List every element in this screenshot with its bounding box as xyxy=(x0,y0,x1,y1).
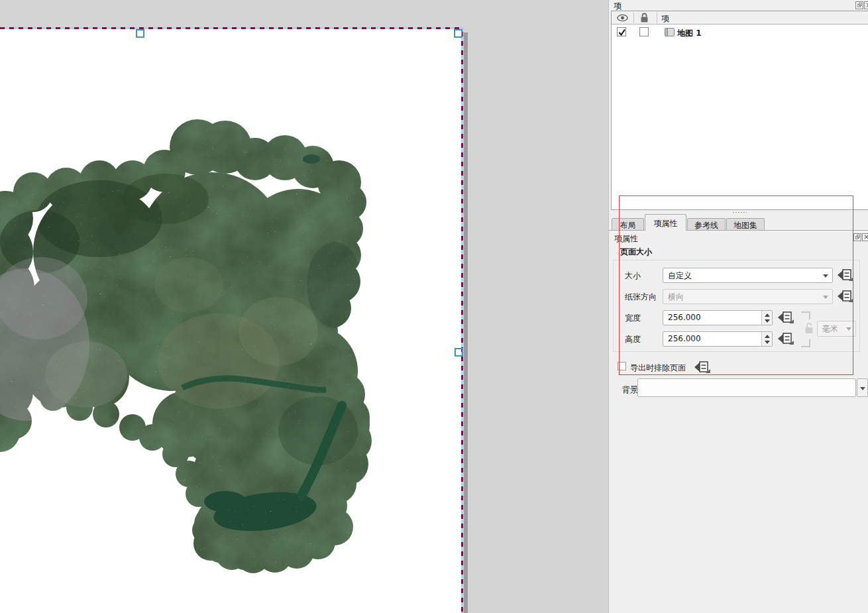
lock-checkbox[interactable] xyxy=(639,27,649,36)
close-properties-button[interactable]: × xyxy=(862,233,868,241)
units-value: 毫米 xyxy=(822,324,838,333)
link-unlocked-icon[interactable] xyxy=(804,321,814,335)
size-value: 自定义 xyxy=(668,271,692,280)
background-color-button[interactable] xyxy=(637,378,856,397)
chevron-down-icon xyxy=(823,296,828,299)
width-data-defined-button[interactable] xyxy=(777,310,794,325)
width-spinbox[interactable]: 256.000 xyxy=(663,310,773,325)
selection-handle-right[interactable] xyxy=(455,348,463,357)
float-icon-2 xyxy=(859,3,862,6)
exclude-page-checkbox[interactable] xyxy=(618,362,626,370)
size-label: 大小 xyxy=(625,270,641,282)
tab-guides[interactable]: 参考线 xyxy=(687,218,726,231)
background-color-dropdown[interactable] xyxy=(857,378,868,397)
orientation-value: 横向 xyxy=(668,292,684,302)
panel-tabbar: 布局 项属性 参考线 地图集 xyxy=(609,214,868,230)
selection-border-right xyxy=(461,27,463,613)
orientation-combobox[interactable]: 横向 xyxy=(663,289,833,304)
spin-up-icon xyxy=(765,335,770,338)
items-tree[interactable]: 项 地图 1 xyxy=(611,11,868,210)
satellite-imagery xyxy=(0,99,398,590)
page-shadow xyxy=(464,32,468,613)
height-value: 256.000 xyxy=(668,334,701,343)
chevron-down-icon xyxy=(823,274,828,278)
selection-border-top xyxy=(0,27,464,29)
height-data-defined-button[interactable] xyxy=(777,331,794,347)
panel-splitter-handle[interactable] xyxy=(732,211,747,213)
exclude-data-defined-button[interactable] xyxy=(694,360,711,375)
chevron-down-icon xyxy=(846,327,851,331)
spin-down-icon xyxy=(765,341,770,344)
orientation-label: 纸张方向 xyxy=(625,292,657,303)
items-tree-header: 项 xyxy=(612,11,868,25)
link-bracket-bottom xyxy=(801,339,810,347)
layout-canvas[interactable] xyxy=(0,0,608,613)
spin-up-icon xyxy=(765,313,770,317)
chevron-down-icon xyxy=(860,387,865,390)
map-item-satellite-image[interactable] xyxy=(0,28,464,613)
float-panel-button[interactable] xyxy=(855,1,863,9)
selection-handle-top[interactable] xyxy=(136,29,144,38)
qgis-layout-window: 项 × 项 xyxy=(0,0,868,613)
spinner-buttons[interactable] xyxy=(761,311,772,325)
visibility-checkbox[interactable] xyxy=(617,27,626,36)
background-label: 背景 xyxy=(622,384,638,396)
selection-handle-top-right[interactable] xyxy=(454,29,462,38)
float-icon-2 xyxy=(857,235,860,238)
column-separator xyxy=(633,13,634,23)
page-size-section-title: 页面大小 xyxy=(620,247,652,258)
size-data-defined-button[interactable] xyxy=(837,268,854,283)
tab-item-properties[interactable]: 项属性 xyxy=(645,214,686,231)
right-dock-panel: 项 × 项 xyxy=(608,0,868,613)
eye-icon xyxy=(617,14,628,22)
height-spinbox[interactable]: 256.000 xyxy=(663,331,773,347)
column-separator xyxy=(657,13,657,23)
check-icon xyxy=(618,28,627,37)
item-properties-title: 项属性 xyxy=(614,233,638,245)
lock-icon xyxy=(640,13,649,23)
size-combobox[interactable]: 自定义 xyxy=(663,268,833,283)
units-combobox[interactable]: 毫米 xyxy=(817,321,856,337)
float-properties-button[interactable] xyxy=(853,233,861,241)
tab-atlas[interactable]: 地图集 xyxy=(726,218,765,231)
width-label: 宽度 xyxy=(625,313,641,324)
close-icon: × xyxy=(863,233,868,241)
width-value: 256.000 xyxy=(668,313,701,322)
exclude-page-label: 导出时排除页面 xyxy=(630,362,686,374)
close-icon: × xyxy=(865,1,868,9)
tab-layout[interactable]: 布局 xyxy=(612,218,644,231)
height-label: 高度 xyxy=(625,334,641,345)
map-item-icon xyxy=(665,28,675,36)
items-column-header: 项 xyxy=(661,13,669,25)
close-panel-button[interactable]: × xyxy=(864,1,868,9)
spinner-buttons[interactable] xyxy=(761,332,772,346)
map-item-label[interactable]: 地图 1 xyxy=(677,28,702,39)
orientation-data-defined-button[interactable] xyxy=(837,289,854,304)
link-bracket-top xyxy=(801,311,810,319)
spin-down-icon xyxy=(765,319,770,323)
